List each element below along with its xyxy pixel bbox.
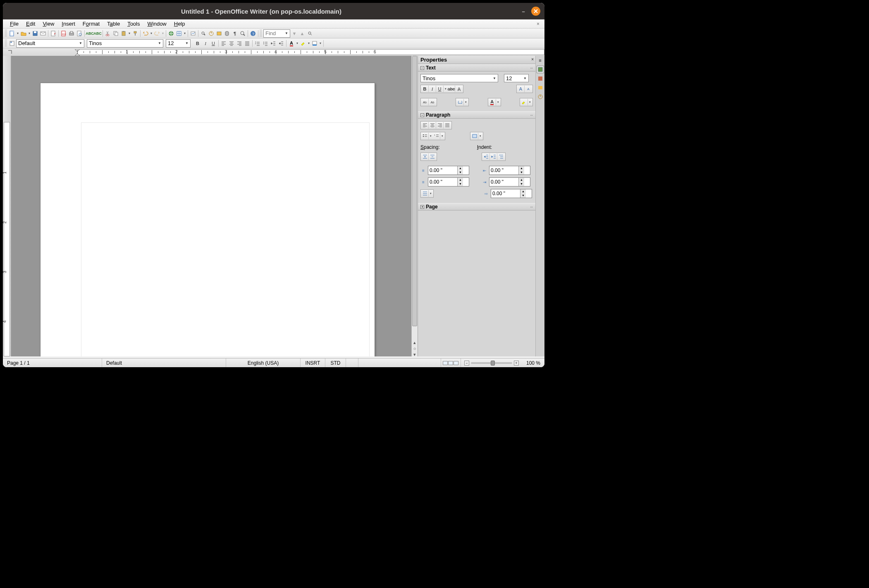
document-area[interactable] bbox=[11, 56, 411, 356]
sb-highlight-button[interactable] bbox=[520, 99, 528, 105]
find-combo[interactable]: ▼ bbox=[263, 29, 290, 38]
expand-icon[interactable]: + bbox=[420, 205, 424, 209]
print-button[interactable] bbox=[68, 30, 75, 37]
underline-dropdown[interactable]: ▾ bbox=[444, 86, 448, 92]
font-color-button[interactable]: A bbox=[288, 40, 295, 47]
zoom-button[interactable] bbox=[239, 30, 246, 37]
font-color-dropdown[interactable]: ▾ bbox=[296, 41, 299, 45]
spin-down[interactable]: ▼ bbox=[458, 182, 463, 186]
sb-dec-spacing[interactable] bbox=[429, 153, 436, 160]
bold-button[interactable]: B bbox=[194, 40, 201, 47]
scrollbar-thumb[interactable] bbox=[412, 56, 417, 326]
export-pdf-button[interactable]: PDF bbox=[60, 30, 67, 37]
bullet-list-button[interactable] bbox=[262, 40, 269, 47]
spin-up[interactable]: ▲ bbox=[519, 178, 524, 182]
horizontal-ruler[interactable]: 123456 bbox=[3, 48, 544, 56]
minimize-button[interactable]: – bbox=[519, 7, 528, 16]
font-size-input[interactable] bbox=[168, 40, 184, 46]
spin-down[interactable]: ▼ bbox=[520, 194, 526, 198]
undo-button[interactable] bbox=[142, 30, 149, 37]
bullets-dropdown[interactable]: ▾ bbox=[429, 133, 433, 139]
nav-target-icon[interactable]: ○ bbox=[413, 346, 416, 351]
sidebar-close-icon[interactable]: × bbox=[531, 57, 534, 62]
space-above-spin[interactable]: ▲▼ bbox=[428, 166, 469, 175]
spellcheck-button[interactable]: ABC bbox=[86, 30, 93, 37]
italic-button[interactable]: I bbox=[202, 40, 209, 47]
save-button[interactable] bbox=[31, 30, 39, 37]
menu-file[interactable]: File bbox=[6, 20, 22, 28]
status-zoom[interactable]: 100 % bbox=[522, 359, 544, 367]
sb-dec-indent[interactable] bbox=[490, 153, 497, 160]
indent-right-spin[interactable]: ▲▼ bbox=[489, 177, 530, 186]
sb-underline-button[interactable]: U bbox=[436, 86, 444, 92]
menu-window[interactable]: Window bbox=[144, 20, 170, 28]
sb-inc-spacing[interactable] bbox=[421, 153, 429, 160]
book-view-icon[interactable] bbox=[454, 361, 458, 365]
auto-spellcheck-button[interactable]: ABC bbox=[94, 30, 101, 37]
vertical-ruler[interactable]: 1234 bbox=[3, 56, 11, 356]
sb-size-input[interactable] bbox=[506, 75, 523, 81]
highlight-dropdown[interactable]: ▾ bbox=[528, 99, 532, 105]
find-all-button[interactable] bbox=[306, 30, 314, 37]
find-input[interactable] bbox=[265, 30, 284, 36]
increase-indent-button[interactable] bbox=[277, 40, 285, 47]
menu-insert[interactable]: Insert bbox=[58, 20, 79, 28]
sb-numbering-button[interactable]: 1 bbox=[433, 133, 440, 139]
para-bg-dropdown[interactable]: ▾ bbox=[478, 133, 482, 139]
sidebar-menu-icon[interactable]: ≡ bbox=[537, 57, 544, 64]
dropdown-icon[interactable]: ▼ bbox=[523, 76, 528, 80]
nonprinting-chars-button[interactable]: ¶ bbox=[231, 30, 239, 37]
redo-button[interactable] bbox=[153, 30, 161, 37]
copy-button[interactable] bbox=[112, 30, 119, 37]
spacing-dropdown[interactable]: ▾ bbox=[464, 99, 468, 105]
sidebar-properties-icon[interactable] bbox=[537, 66, 544, 73]
sb-align-left[interactable] bbox=[421, 122, 429, 129]
more-options-icon[interactable]: ⸱⸱ bbox=[530, 204, 533, 209]
show-draw-button[interactable] bbox=[189, 30, 197, 37]
sb-align-center[interactable] bbox=[429, 122, 436, 129]
spin-down[interactable]: ▼ bbox=[519, 170, 524, 174]
menu-format[interactable]: Format bbox=[79, 20, 103, 28]
space-below-spin[interactable]: ▲▼ bbox=[428, 177, 469, 186]
zoom-handle[interactable] bbox=[491, 361, 495, 366]
sb-bold-button[interactable]: B bbox=[421, 86, 429, 92]
page[interactable] bbox=[40, 83, 375, 356]
spin-up[interactable]: ▲ bbox=[458, 166, 463, 170]
sidebar-styles-icon[interactable] bbox=[537, 75, 544, 82]
indent-left-spin[interactable]: ▲▼ bbox=[489, 166, 530, 175]
print-preview-button[interactable] bbox=[76, 30, 83, 37]
panel-page-header[interactable]: + Page ⸱⸱ bbox=[418, 203, 535, 210]
data-sources-button[interactable] bbox=[223, 30, 231, 37]
sb-bullets-button[interactable] bbox=[421, 133, 429, 139]
collapse-icon[interactable]: − bbox=[420, 113, 424, 117]
single-page-icon[interactable] bbox=[443, 361, 448, 365]
menu-tools[interactable]: Tools bbox=[124, 20, 143, 28]
redo-dropdown[interactable]: ▾ bbox=[161, 31, 165, 35]
sb-shadow-button[interactable]: A bbox=[455, 86, 463, 92]
align-center-button[interactable] bbox=[228, 40, 235, 47]
spin-up[interactable]: ▲ bbox=[520, 189, 526, 194]
sb-para-bg-button[interactable] bbox=[471, 133, 478, 139]
spin-down[interactable]: ▼ bbox=[458, 170, 463, 174]
numbering-dropdown[interactable]: ▾ bbox=[440, 133, 444, 139]
sb-font-combo[interactable]: ▼ bbox=[420, 74, 498, 82]
zoom-out-button[interactable]: − bbox=[464, 361, 469, 366]
line-spacing-dropdown[interactable]: ▾ bbox=[429, 190, 433, 197]
menu-edit[interactable]: Edit bbox=[22, 20, 39, 28]
edit-file-button[interactable] bbox=[50, 30, 57, 37]
panel-paragraph-header[interactable]: − Paragraph ⸱⸱ bbox=[418, 111, 535, 119]
highlight-dropdown[interactable]: ▾ bbox=[307, 41, 310, 45]
sb-inc-indent[interactable] bbox=[482, 153, 490, 160]
collapse-icon[interactable]: − bbox=[420, 66, 424, 70]
decrease-indent-button[interactable] bbox=[270, 40, 277, 47]
next-page-icon[interactable]: ▾ bbox=[413, 352, 416, 357]
cut-button[interactable] bbox=[104, 30, 112, 37]
bg-color-button[interactable] bbox=[311, 40, 318, 47]
menu-view[interactable]: View bbox=[39, 20, 58, 28]
font-color-dropdown[interactable]: ▾ bbox=[496, 99, 500, 105]
undo-dropdown[interactable]: ▾ bbox=[150, 31, 153, 35]
vertical-scrollbar[interactable]: ▴ ○ ▾ bbox=[411, 56, 418, 356]
sidebar-gallery-icon[interactable] bbox=[537, 84, 544, 91]
status-style[interactable]: Default bbox=[102, 359, 226, 367]
zoom-slider[interactable] bbox=[471, 362, 512, 364]
